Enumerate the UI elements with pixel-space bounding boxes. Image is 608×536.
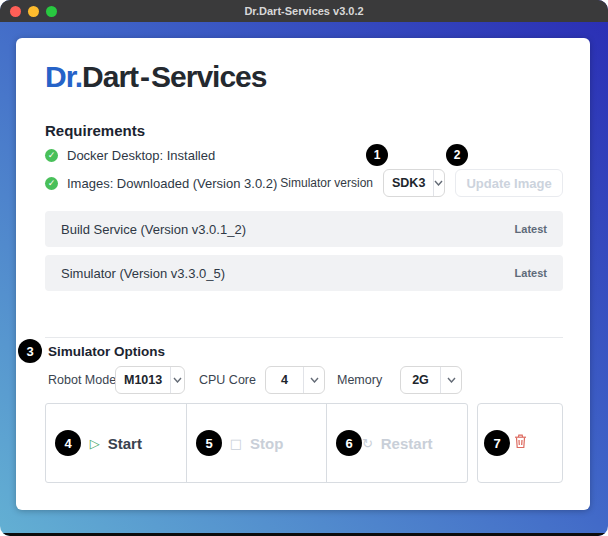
check-icon: ✓	[45, 177, 58, 190]
traffic-lights	[10, 6, 57, 17]
logo-suffix: Services	[151, 60, 266, 93]
start-button-label: Start	[108, 435, 142, 452]
cpu-core-select[interactable]: 4	[265, 366, 325, 394]
check-icon: ✓	[45, 149, 58, 162]
status-badge: Latest	[515, 223, 547, 235]
play-icon: ▷	[90, 436, 100, 451]
section-divider	[45, 337, 563, 338]
memory-label: Memory	[337, 366, 382, 394]
requirement-images: ✓ Images: Downloaded (Version 3.0.2)	[45, 176, 277, 191]
restart-button-label: Restart	[381, 435, 433, 452]
app-window: Dr.Dart-Services v3.0.2 Dr.Dart-Services…	[0, 0, 608, 536]
maximize-icon[interactable]	[46, 6, 57, 17]
requirement-images-label: Images: Downloaded (Version 3.0.2)	[67, 176, 277, 191]
simulator-version-select[interactable]: SDK3	[383, 169, 445, 197]
simulator-version-row: Simulator version SDK3 Update Image	[280, 169, 563, 197]
minimize-icon[interactable]	[28, 6, 39, 17]
close-icon[interactable]	[10, 6, 21, 17]
annotation-badge-1: 1	[366, 144, 388, 166]
memory-value: 2G	[401, 367, 440, 393]
simulator-version-label: Simulator version	[280, 176, 373, 190]
status-badge: Latest	[515, 267, 547, 279]
stop-button-label: Stop	[250, 435, 283, 452]
requirement-docker: ✓ Docker Desktop: Installed	[45, 148, 215, 163]
update-image-button[interactable]: Update Image	[455, 169, 563, 197]
cpu-core-value: 4	[266, 367, 303, 393]
chevron-down-icon	[434, 170, 444, 196]
robot-model-select[interactable]: M1013	[115, 366, 185, 394]
service-name: Simulator (Version v3.3.0_5)	[61, 266, 225, 281]
simulator-options-heading: Simulator Options	[48, 344, 165, 359]
simulator-action-group: ▷ Start □ Stop ↻ Restart	[45, 403, 468, 483]
service-name: Build Service (Version v3.0.1_2)	[61, 222, 246, 237]
simulator-version-value: SDK3	[384, 170, 433, 196]
requirements-heading: Requirements	[45, 122, 145, 139]
chevron-down-icon	[441, 367, 461, 393]
logo-separator: -	[138, 60, 151, 93]
robot-model-label: Robot Model	[48, 366, 119, 394]
titlebar: Dr.Dart-Services v3.0.2	[0, 0, 608, 22]
window-title: Dr.Dart-Services v3.0.2	[244, 5, 363, 17]
annotation-badge-7: 7	[484, 430, 510, 456]
service-row-simulator: Simulator (Version v3.3.0_5) Latest	[45, 255, 563, 291]
app-logo: Dr.Dart-Services	[45, 60, 267, 94]
annotation-badge-6: 6	[336, 430, 362, 456]
annotation-badge-4: 4	[55, 430, 81, 456]
logo-prefix: Dr.	[45, 60, 82, 93]
memory-select[interactable]: 2G	[400, 366, 462, 394]
annotation-badge-3: 3	[18, 339, 42, 363]
requirement-docker-label: Docker Desktop: Installed	[67, 148, 215, 163]
simulator-options-controls: Robot Model M1013 CPU Core 4 Memory 2G	[16, 366, 590, 394]
chevron-down-icon	[171, 367, 184, 393]
cpu-core-label: CPU Core	[199, 366, 256, 394]
stop-icon: □	[230, 436, 242, 451]
trash-icon	[514, 434, 527, 453]
logo-name: Dart	[82, 60, 138, 93]
robot-model-value: M1013	[116, 367, 170, 393]
restart-icon: ↻	[362, 436, 373, 451]
chevron-down-icon	[304, 367, 324, 393]
annotation-badge-2: 2	[446, 144, 468, 166]
annotation-badge-5: 5	[196, 430, 222, 456]
service-row-build: Build Service (Version v3.0.1_2) Latest	[45, 211, 563, 247]
